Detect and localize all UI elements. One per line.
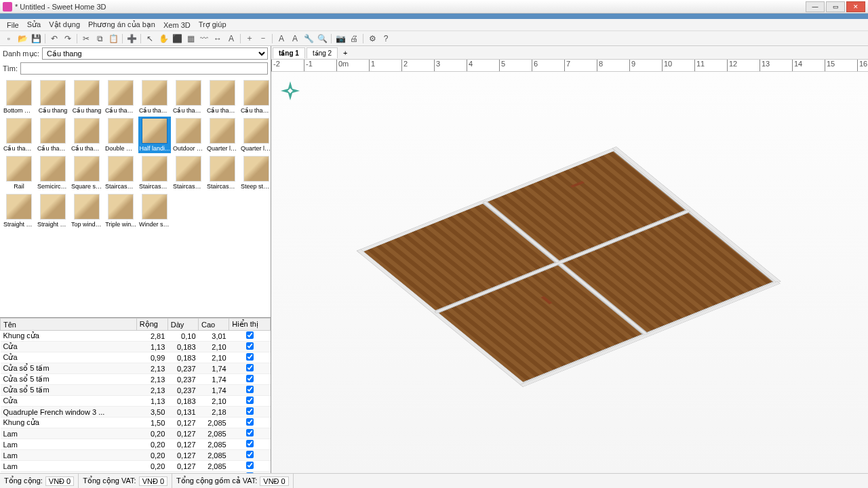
view-3d[interactable] — [271, 72, 868, 473]
catalog-item[interactable]: Staircase ... — [206, 155, 239, 191]
table-row[interactable]: Lam0,200,1272,085 — [1, 450, 271, 461]
catalog-item[interactable]: Winder sta... — [138, 192, 171, 229]
catalog-item[interactable]: Top winde... — [71, 192, 103, 229]
room-icon[interactable]: ▦ — [184, 33, 197, 45]
catalog-item[interactable]: Quarter la... — [206, 117, 239, 153]
settings-icon[interactable]: ⚙ — [366, 33, 378, 45]
compass-icon[interactable] — [279, 80, 301, 102]
select-icon[interactable]: ↖ — [144, 33, 156, 45]
print-icon[interactable]: 🖨 — [348, 33, 360, 45]
column-header[interactable]: Dày — [167, 319, 198, 331]
visible-checkbox[interactable] — [246, 429, 254, 436]
visible-checkbox[interactable] — [246, 407, 254, 415]
visible-checkbox[interactable] — [246, 396, 254, 404]
table-row[interactable]: Cửa sổ 5 tấm2,130,2371,74 — [1, 385, 271, 396]
catalog-item[interactable]: Rail — [3, 155, 35, 191]
column-header[interactable]: Cao — [199, 319, 229, 331]
copy-icon[interactable]: ⧉ — [94, 33, 106, 45]
table-row[interactable]: Lam0,200,1272,085 — [1, 439, 271, 450]
table-row[interactable]: Lam0,200,1272,085 — [1, 428, 271, 439]
camera-icon[interactable]: 📷 — [334, 33, 347, 45]
catalog-item[interactable]: Straight st... — [3, 192, 35, 229]
add-furniture-icon[interactable]: ➕ — [125, 33, 138, 45]
table-row[interactable]: Khung cửa1,500,1272,085 — [1, 418, 271, 428]
close-button[interactable]: ✕ — [846, 1, 865, 12]
menu-vật dụng[interactable]: Vật dụng — [45, 19, 84, 30]
catalog-item[interactable]: Cầu thang... — [138, 79, 171, 115]
visible-checkbox[interactable] — [246, 451, 254, 458]
undo-icon[interactable]: ↶ — [48, 33, 60, 45]
zoom-out-icon[interactable]: － — [257, 33, 269, 45]
catalog-item[interactable]: Cầu thang — [37, 79, 69, 115]
visible-checkbox[interactable] — [246, 331, 254, 339]
visible-checkbox[interactable] — [246, 342, 254, 350]
catalog-item[interactable]: Outdoor st... — [172, 117, 205, 153]
help-icon[interactable]: ? — [380, 33, 392, 45]
redo-icon[interactable]: ↷ — [62, 33, 74, 45]
search-icon[interactable]: 🔍 — [316, 33, 328, 45]
catalog-item[interactable]: Cầu thang... — [172, 79, 205, 115]
menu-xem 3d[interactable]: Xem 3D — [159, 20, 195, 30]
table-row[interactable]: Quadruple French window 3 ...3,500,1312,… — [1, 407, 271, 418]
catalog-item[interactable]: Triple win... — [104, 192, 137, 229]
a2-icon[interactable]: A — [289, 33, 301, 45]
catalog-item[interactable]: Half landi... — [138, 117, 171, 153]
table-row[interactable]: Cửa0,990,1832,10 — [1, 352, 271, 363]
table-row[interactable]: Cửa sổ 5 tấm2,130,2371,74 — [1, 374, 271, 385]
wall-icon[interactable]: ⬛ — [171, 33, 183, 45]
catalog-item[interactable]: Staircase c... — [104, 155, 137, 191]
catalog-item[interactable]: Cầu thang... — [240, 79, 271, 115]
catalog-item[interactable]: Square spi... — [71, 155, 103, 191]
maximize-button[interactable]: ▭ — [826, 1, 845, 12]
table-row[interactable]: Cửa1,130,1832,10 — [1, 396, 271, 407]
floor-tab[interactable]: tầng 1 — [273, 47, 305, 58]
furniture-catalog[interactable]: Bottom wi...Cầu thangCầu thangCầu thang.… — [0, 76, 271, 317]
visible-checkbox[interactable] — [246, 386, 254, 393]
wrench-icon[interactable]: 🔧 — [302, 33, 315, 45]
column-header[interactable]: Rộng — [136, 319, 167, 331]
menu-trợ giúp[interactable]: Trợ giúp — [195, 19, 231, 30]
table-row[interactable]: Khung cửa2,810,103,01 — [1, 331, 271, 342]
table-row[interactable]: Lam0,200,1272,085 — [1, 461, 271, 472]
catalog-item[interactable]: Staircase l... — [138, 155, 171, 191]
add-floor-button[interactable]: + — [339, 49, 351, 57]
category-select[interactable]: Cầu thang — [42, 47, 268, 60]
visible-checkbox[interactable] — [246, 462, 254, 469]
visible-checkbox[interactable] — [246, 375, 254, 382]
catalog-item[interactable]: Cầu thang... — [206, 79, 239, 115]
open-icon[interactable]: 📂 — [16, 33, 28, 45]
catalog-item[interactable]: Staircase s... — [172, 155, 205, 191]
menu-phương án của bạn[interactable]: Phương án của bạn — [84, 19, 159, 30]
visible-checkbox[interactable] — [246, 440, 254, 447]
menu-sửa[interactable]: Sửa — [23, 19, 45, 30]
furniture-table[interactable]: TênRộngDàyCaoHiển thị Khung cửa2,810,103… — [0, 317, 271, 473]
zoom-in-icon[interactable]: ＋ — [243, 33, 256, 45]
catalog-item[interactable]: Quarter la... — [240, 117, 271, 153]
column-header[interactable]: Tên — [1, 319, 137, 331]
paste-icon[interactable]: 📋 — [107, 33, 119, 45]
minimize-button[interactable]: — — [806, 1, 825, 12]
catalog-item[interactable]: Straight st... — [37, 192, 69, 229]
dimension-icon[interactable]: ↔ — [212, 33, 224, 45]
catalog-item[interactable]: Cầu thang... — [37, 117, 69, 153]
polyline-icon[interactable]: 〰 — [198, 33, 210, 45]
table-row[interactable]: Cửa sổ 5 tấm2,130,2371,74 — [1, 363, 271, 374]
floor-tab[interactable]: tầng 2 — [307, 47, 338, 58]
new-icon[interactable]: ▫ — [3, 33, 15, 45]
text-icon[interactable]: A — [225, 33, 237, 45]
column-header[interactable]: Hiển thị — [229, 319, 271, 331]
catalog-item[interactable]: Bottom wi... — [3, 79, 35, 115]
a-icon[interactable]: A — [275, 33, 288, 45]
visible-checkbox[interactable] — [246, 364, 254, 371]
visible-checkbox[interactable] — [246, 353, 254, 361]
catalog-item[interactable]: Cầu thang — [71, 79, 103, 115]
cut-icon[interactable]: ✂ — [80, 33, 92, 45]
table-row[interactable]: Cửa1,130,1832,10 — [1, 342, 271, 352]
catalog-item[interactable]: Double wi... — [104, 117, 137, 153]
save-icon[interactable]: 💾 — [30, 33, 42, 45]
catalog-item[interactable]: Steep stair... — [240, 155, 271, 191]
visible-checkbox[interactable] — [246, 418, 254, 426]
catalog-item[interactable]: Semicircul... — [37, 155, 69, 191]
catalog-item[interactable]: Cầu thang... — [104, 79, 137, 115]
menu-file[interactable]: File — [3, 20, 23, 30]
